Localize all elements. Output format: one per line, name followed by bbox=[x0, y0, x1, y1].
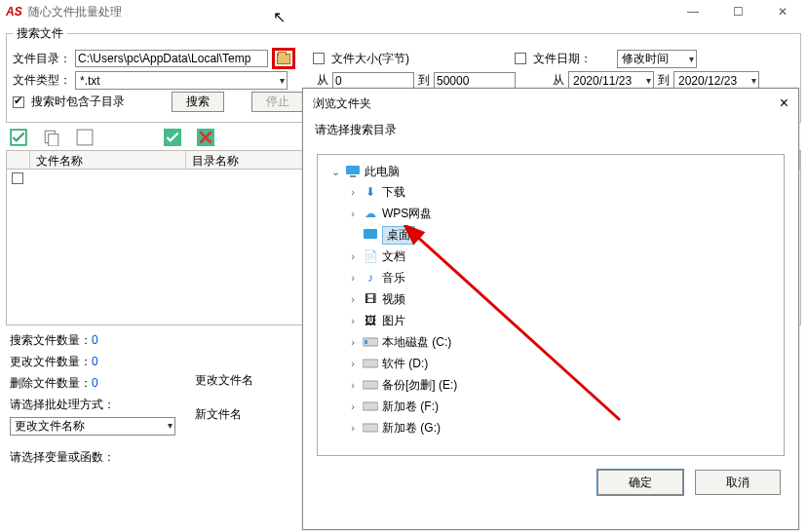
dialog-title: 浏览文件夹 bbox=[313, 95, 371, 112]
app-logo: AS bbox=[6, 5, 22, 19]
tree-node-documents[interactable]: ›📄文档 bbox=[347, 247, 780, 266]
choose-var-label: 请选择变量或函数： bbox=[10, 446, 180, 468]
svg-rect-6 bbox=[346, 166, 360, 174]
newname-label: 新文件名 bbox=[195, 406, 242, 423]
svg-rect-12 bbox=[363, 381, 378, 389]
change-count-value: 0 bbox=[92, 355, 98, 368]
remove-mark-icon[interactable] bbox=[197, 129, 214, 146]
include-subdir-checkbox[interactable] bbox=[13, 96, 24, 108]
size-checkbox[interactable] bbox=[313, 53, 325, 64]
date-to-label: 到 bbox=[658, 72, 670, 89]
disk-icon bbox=[363, 399, 378, 414]
tree-node-wps[interactable]: ›☁WPS网盘 bbox=[347, 204, 780, 223]
svg-rect-8 bbox=[364, 229, 377, 239]
chevron-down-icon: ▾ bbox=[280, 75, 285, 86]
dir-input[interactable] bbox=[75, 50, 268, 67]
svg-rect-3 bbox=[77, 130, 93, 145]
deselect-icon[interactable] bbox=[76, 129, 94, 146]
expand-icon[interactable]: › bbox=[347, 315, 359, 326]
size-to-input[interactable] bbox=[434, 72, 516, 90]
tree-node-this-pc[interactable]: ⌄ 此电脑 bbox=[329, 162, 780, 181]
video-icon: 🎞 bbox=[363, 291, 378, 307]
tree-node-disk-c[interactable]: ›本地磁盘 (C:) bbox=[347, 332, 780, 352]
date-from-label: 从 bbox=[553, 72, 564, 89]
expand-icon[interactable]: › bbox=[347, 422, 359, 434]
tree-node-videos[interactable]: ›🎞视频 bbox=[347, 289, 780, 309]
tree-node-disk-e[interactable]: ›备份[勿删] (E:) bbox=[347, 375, 780, 395]
collapse-icon[interactable]: ⌄ bbox=[329, 166, 341, 178]
method-select[interactable]: 更改文件名称 ▾ bbox=[10, 417, 175, 436]
expand-icon[interactable]: › bbox=[347, 379, 359, 391]
disk-icon bbox=[363, 334, 378, 350]
svg-rect-14 bbox=[363, 424, 378, 432]
computer-icon bbox=[345, 164, 361, 179]
col-filename[interactable]: 文件名称 bbox=[30, 151, 186, 169]
copy-icon[interactable] bbox=[43, 129, 60, 146]
search-button[interactable]: 搜索 bbox=[172, 92, 224, 112]
document-icon: 📄 bbox=[363, 248, 378, 264]
chevron-down-icon: ▾ bbox=[751, 75, 756, 86]
app-title: 随心文件批量处理 bbox=[28, 4, 122, 20]
to-label: 到 bbox=[418, 72, 430, 89]
select-all-icon[interactable] bbox=[10, 129, 27, 146]
picture-icon: 🖼 bbox=[363, 313, 378, 328]
type-value: *.txt bbox=[80, 74, 100, 88]
browse-folder-button[interactable] bbox=[272, 48, 295, 69]
minimize-button[interactable]: — bbox=[684, 5, 702, 19]
music-icon: ♪ bbox=[363, 270, 378, 285]
size-from-input[interactable] bbox=[332, 72, 414, 90]
include-subdir-label: 搜索时包含子目录 bbox=[31, 94, 125, 110]
header-checkbox[interactable] bbox=[7, 151, 30, 169]
tree-node-music[interactable]: ›♪音乐 bbox=[347, 268, 780, 287]
tree-node-downloads[interactable]: ›⬇下载 bbox=[347, 182, 780, 202]
from-label: 从 bbox=[317, 72, 328, 89]
date-checkbox[interactable] bbox=[515, 53, 526, 64]
expand-icon[interactable]: › bbox=[347, 293, 359, 305]
folder-tree[interactable]: ⌄ 此电脑 ›⬇下载 ›☁WPS网盘 桌面 ›📄文档 ›♪音乐 ›🎞视频 › bbox=[322, 161, 780, 439]
svg-rect-7 bbox=[350, 175, 356, 177]
search-legend: 搜索文件 bbox=[13, 25, 67, 42]
delete-count-value: 0 bbox=[92, 376, 98, 390]
svg-rect-11 bbox=[363, 360, 378, 367]
date-kind-select[interactable]: 修改时间 ▾ bbox=[617, 50, 697, 68]
search-count-value: 0 bbox=[92, 333, 98, 347]
folder-icon bbox=[277, 54, 290, 64]
tree-node-disk-f[interactable]: ›新加卷 (F:) bbox=[347, 397, 780, 416]
browse-folder-dialog: 浏览文件夹 × 请选择搜索目录 ⌄ 此电脑 ›⬇下载 ›☁WPS网盘 bbox=[302, 88, 799, 530]
type-label: 文件类型： bbox=[13, 72, 71, 89]
disk-icon bbox=[363, 420, 378, 436]
dir-label: 文件目录： bbox=[13, 51, 71, 67]
disk-icon bbox=[363, 356, 378, 371]
dialog-close-button[interactable]: × bbox=[780, 95, 788, 112]
choose-method-label: 请选择批处理方式： bbox=[10, 394, 180, 415]
dialog-ok-button[interactable]: 确定 bbox=[597, 470, 683, 495]
expand-icon[interactable]: › bbox=[347, 400, 359, 412]
expand-icon[interactable]: › bbox=[347, 186, 359, 198]
desktop-icon bbox=[363, 227, 378, 243]
expand-icon[interactable]: › bbox=[347, 358, 359, 369]
chevron-down-icon: ▾ bbox=[646, 75, 651, 86]
cloud-icon: ☁ bbox=[363, 206, 378, 221]
rename-label: 更改文件名 bbox=[195, 372, 253, 389]
row-checkbox[interactable] bbox=[12, 172, 23, 184]
dialog-cancel-button[interactable]: 取消 bbox=[695, 470, 781, 495]
maximize-button[interactable]: ☐ bbox=[729, 5, 747, 19]
expand-icon[interactable]: › bbox=[347, 272, 359, 284]
date-check-label: 文件日期： bbox=[533, 51, 592, 67]
expand-icon[interactable]: › bbox=[347, 250, 359, 262]
mark-all-icon[interactable] bbox=[164, 129, 181, 146]
svg-rect-13 bbox=[363, 402, 378, 410]
expand-icon[interactable]: › bbox=[347, 336, 359, 348]
svg-rect-2 bbox=[49, 134, 58, 146]
type-select[interactable]: *.txt ▾ bbox=[75, 71, 288, 90]
tree-node-pictures[interactable]: ›🖼图片 bbox=[347, 311, 780, 330]
tree-node-desktop[interactable]: 桌面 bbox=[347, 225, 780, 245]
stop-button[interactable]: 停止 bbox=[251, 92, 304, 112]
size-check-label: 文件大小(字节) bbox=[331, 51, 409, 67]
date-kind-value: 修改时间 bbox=[622, 51, 669, 67]
disk-icon bbox=[363, 377, 378, 393]
tree-node-disk-d[interactable]: ›软件 (D:) bbox=[347, 354, 780, 373]
tree-node-disk-g[interactable]: ›新加卷 (G:) bbox=[347, 418, 780, 437]
expand-icon[interactable]: › bbox=[347, 208, 359, 219]
app-close-button[interactable]: ✕ bbox=[774, 5, 791, 19]
